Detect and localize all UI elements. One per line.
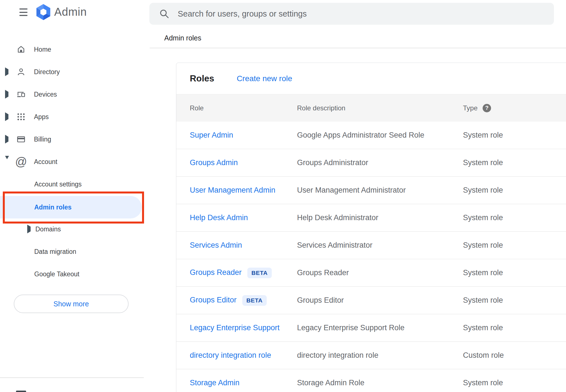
devices-icon [16, 90, 26, 99]
sidebar-item-google-takeout[interactable]: Google Takeout [0, 263, 145, 285]
role-description: Legacy Enterprise Support Role [297, 323, 405, 332]
sidebar-sublabel: Data migration [34, 248, 76, 256]
menu-icon[interactable] [19, 8, 28, 16]
sidebar-label: Directory [34, 68, 60, 76]
breadcrumb-divider [150, 48, 566, 48]
role-link[interactable]: Groups Admin [190, 158, 238, 167]
table-row[interactable]: Legacy Enterprise Support Legacy Enterpr… [176, 314, 566, 342]
role-description: Groups Administrator [297, 158, 368, 167]
table-row[interactable]: Services Admin Services Administrator Sy… [176, 232, 566, 259]
role-link[interactable]: Groups Editor [190, 296, 237, 304]
sidebar-label: Billing [34, 136, 51, 143]
table-row[interactable]: Help Desk Admin Help Desk Administrator … [176, 204, 566, 232]
breadcrumb: Admin roles [164, 34, 201, 42]
search-placeholder: Search for users, groups or settings [178, 9, 307, 19]
role-description: Services Administrator [297, 241, 373, 249]
app-title: Admin [54, 6, 87, 18]
role-type: System role [463, 379, 503, 387]
role-link[interactable]: Legacy Enterprise Support [190, 323, 280, 332]
sidebar-item-apps[interactable]: Apps [0, 106, 145, 128]
table-row[interactable]: Groups ReaderBETA Groups Reader System r… [176, 259, 566, 287]
role-description: User Management Administrator [297, 186, 406, 194]
role-type: System role [463, 268, 503, 277]
role-link[interactable]: Groups Reader [190, 268, 242, 277]
table-row[interactable]: User Management Admin User Management Ad… [176, 177, 566, 204]
role-type: System role [463, 323, 503, 332]
sidebar-sublabel: Account settings [34, 181, 82, 188]
card-header: Roles Create new role [176, 63, 566, 94]
cutoff-icon [16, 391, 26, 392]
table-row[interactable]: Groups Admin Groups Administrator System… [176, 149, 566, 177]
beta-badge: BETA [242, 295, 267, 306]
card-title: Roles [190, 73, 214, 84]
roles-card: Roles Create new role Role Role descript… [176, 63, 566, 392]
sidebar-divider [0, 377, 144, 378]
chevron-right-icon[interactable] [5, 90, 8, 99]
column-header-type: Type ? [463, 104, 566, 112]
role-description: Help Desk Administrator [297, 213, 378, 222]
role-type: System role [463, 241, 503, 250]
sidebar-sublabel: Google Takeout [34, 270, 79, 278]
chevron-right-icon[interactable] [27, 225, 31, 233]
chevron-down-icon[interactable] [5, 156, 9, 164]
column-header-role: Role [176, 104, 297, 112]
role-type: System role [463, 296, 503, 305]
home-icon [16, 45, 26, 54]
sidebar-item-directory[interactable]: Directory [0, 61, 145, 83]
show-more-label: Show more [53, 300, 89, 308]
sidebar-item-domains[interactable]: Domains [0, 218, 145, 240]
show-more-button[interactable]: Show more [14, 295, 129, 313]
table-row[interactable]: Groups EditorBETA Groups Editor System r… [176, 287, 566, 314]
create-new-role-link[interactable]: Create new role [237, 74, 292, 83]
role-link[interactable]: directory integration role [190, 351, 271, 359]
role-description: Groups Reader [297, 268, 349, 277]
role-description: Google Apps Administrator Seed Role [297, 131, 424, 139]
role-link[interactable]: User Management Admin [190, 186, 275, 194]
role-type: System role [463, 186, 503, 195]
credit-card-icon [16, 135, 26, 144]
role-description: Groups Editor [297, 296, 344, 304]
table-row[interactable]: Storage Admin Storage Admin Role System … [176, 369, 566, 392]
search-icon [159, 9, 169, 19]
role-type: Custom role [463, 351, 504, 360]
apps-grid-icon [16, 112, 26, 122]
table-row[interactable]: Super Admin Google Apps Administrator Se… [176, 122, 566, 149]
chevron-right-icon[interactable] [5, 112, 8, 121]
search-bar[interactable]: Search for users, groups or settings [149, 3, 554, 25]
sidebar-label: Apps [34, 113, 49, 121]
beta-badge: BETA [247, 268, 272, 278]
role-link[interactable]: Super Admin [190, 131, 233, 139]
sidebar-label: Devices [34, 91, 57, 98]
role-description: directory integration role [297, 351, 378, 359]
sidebar-label: Home [34, 46, 51, 53]
sidebar-item-billing[interactable]: Billing [0, 128, 145, 151]
sidebar-label: Account [34, 158, 57, 166]
sidebar-sublabel: Domains [35, 225, 61, 233]
role-link[interactable]: Storage Admin [190, 379, 239, 387]
role-link[interactable]: Services Admin [190, 241, 242, 249]
column-header-description: Role description [297, 104, 463, 112]
sidebar-item-account[interactable]: @ Account [0, 151, 145, 173]
sidebar-item-home[interactable]: Home [0, 38, 145, 61]
role-link[interactable]: Help Desk Admin [190, 213, 248, 222]
role-type: System role [463, 213, 503, 222]
chevron-right-icon[interactable] [5, 67, 8, 76]
help-icon[interactable]: ? [483, 104, 491, 112]
person-icon [16, 67, 26, 77]
table-header-row: Role Role description Type ? [176, 94, 566, 122]
sidebar-item-data-migration[interactable]: Data migration [0, 240, 145, 263]
role-type: System role [463, 158, 503, 167]
role-type: System role [463, 131, 503, 140]
chevron-right-icon[interactable] [5, 135, 8, 143]
sidebar-item-devices[interactable]: Devices [0, 83, 145, 106]
table-row[interactable]: directory integration role directory int… [176, 342, 566, 369]
role-description: Storage Admin Role [297, 379, 364, 387]
at-sign-icon: @ [16, 157, 26, 167]
admin-logo-icon [36, 3, 51, 21]
